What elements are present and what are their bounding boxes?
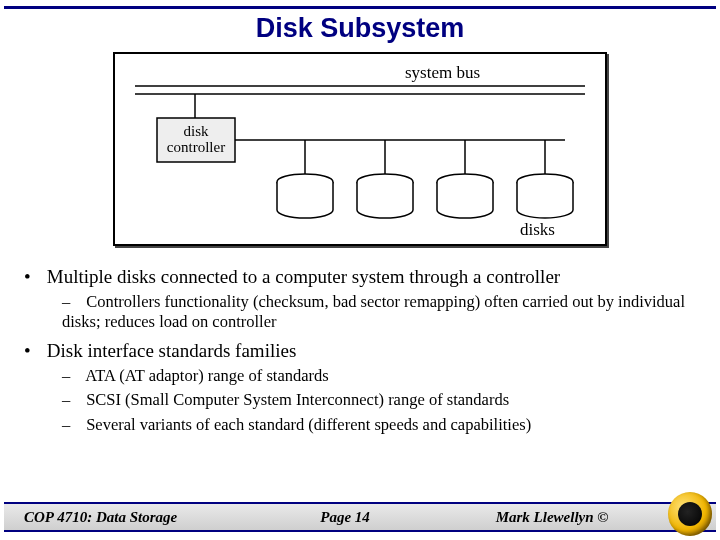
- ucf-logo-icon: [668, 492, 712, 536]
- sub-bullet-item: – Controllers functionality (checksum, b…: [62, 292, 696, 332]
- disk-icon: [517, 140, 573, 218]
- bus-label: system bus: [405, 63, 480, 82]
- sub-bullet-text: Controllers functionality (checksum, bad…: [62, 292, 685, 331]
- dash-icon: –: [62, 390, 82, 410]
- footer-course: COP 4710: Data Storage: [4, 509, 252, 526]
- footer: COP 4710: Data Storage Page 14 Mark Llew…: [0, 492, 720, 540]
- controller-label-1: disk: [183, 123, 209, 139]
- bullet-text: Multiple disks connected to a computer s…: [47, 266, 560, 287]
- diagram-container: system bus disk controller: [0, 52, 720, 250]
- bullet-text: Disk interface standards families: [47, 340, 297, 361]
- controller-label-2: controller: [167, 139, 225, 155]
- bullet-dot-icon: •: [24, 266, 42, 288]
- sub-bullet-item: – ATA (AT adaptor) range of standards: [62, 366, 696, 386]
- dash-icon: –: [62, 415, 82, 435]
- disk-icon: [437, 140, 493, 218]
- bullet-item: • Multiple disks connected to a computer…: [24, 266, 696, 288]
- dash-icon: –: [62, 292, 82, 312]
- sub-bullet-item: – SCSI (Small Computer System Interconne…: [62, 390, 696, 410]
- footer-page: Page 14: [252, 509, 438, 526]
- disks-label: disks: [520, 220, 555, 238]
- disk-icon: [277, 140, 333, 218]
- top-rule: [4, 6, 716, 9]
- bullet-dot-icon: •: [24, 340, 42, 362]
- footer-bar: COP 4710: Data Storage Page 14 Mark Llew…: [4, 502, 716, 532]
- slide-body: • Multiple disks connected to a computer…: [24, 266, 696, 435]
- bullet-item: • Disk interface standards families: [24, 340, 696, 362]
- slide-title: Disk Subsystem: [0, 13, 720, 44]
- sub-bullet-text: Several variants of each standard (diffe…: [86, 415, 531, 434]
- disk-icon: [357, 140, 413, 218]
- sub-bullet-text: SCSI (Small Computer System Interconnect…: [86, 390, 509, 409]
- sub-bullet-text: ATA (AT adaptor) range of standards: [85, 366, 329, 385]
- dash-icon: –: [62, 366, 82, 386]
- sub-bullet-item: – Several variants of each standard (dif…: [62, 415, 696, 435]
- disk-subsystem-diagram: system bus disk controller: [113, 52, 607, 246]
